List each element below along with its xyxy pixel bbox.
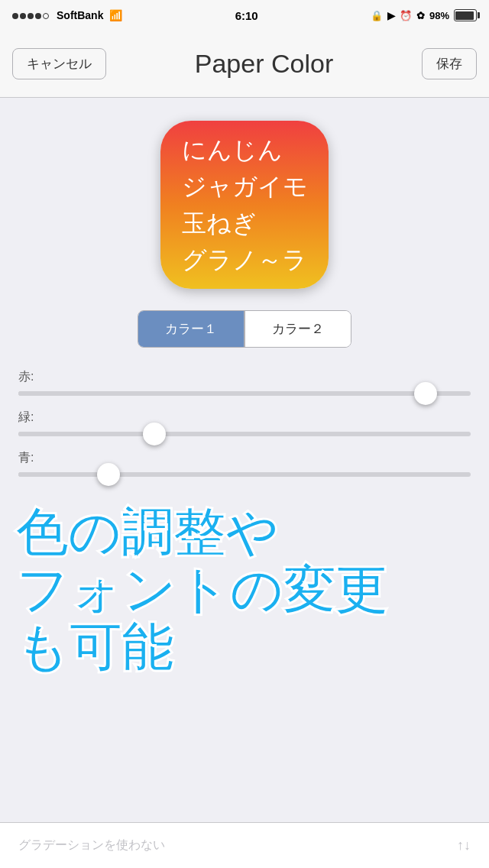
- green-slider-fill: [18, 432, 154, 436]
- app-icon-text: にんじん ジャガイモ 玉ねぎ グラノ～ラ: [174, 124, 316, 286]
- blue-label: 青:: [18, 450, 471, 466]
- signal-dots: [12, 9, 50, 21]
- status-bar: SoftBank 📶 6:10 🔒 ▶ ⏰ ✿ 98%: [0, 0, 489, 31]
- segmented-container: カラー１ カラー２: [0, 310, 489, 348]
- icon-line-4: グラノ～ラ: [182, 241, 308, 278]
- alarm-icon: ⏰: [400, 10, 412, 21]
- icon-line-1: にんじん: [182, 131, 308, 168]
- bottom-bar: グラデーションを使わない ↑↓: [0, 822, 489, 868]
- icon-line-2: ジャガイモ: [182, 168, 308, 205]
- cancel-button[interactable]: キャンセル: [12, 48, 106, 79]
- color2-tab[interactable]: カラー２: [245, 311, 351, 347]
- save-button[interactable]: 保存: [422, 48, 477, 79]
- app-icon-preview: にんじん ジャガイモ 玉ねぎ グラノ～ラ: [160, 121, 329, 289]
- nav-bar: キャンセル Paper Color 保存: [0, 31, 489, 98]
- segmented-control: カラー１ カラー２: [138, 310, 351, 348]
- red-slider-track[interactable]: [18, 391, 471, 396]
- blue-slider-track[interactable]: [18, 472, 471, 477]
- green-slider-track[interactable]: [18, 432, 471, 436]
- red-slider-fill: [18, 391, 426, 396]
- overlay-text: 色の調整や フォントの変更 も可能: [15, 504, 387, 675]
- overlay-line-3: も可能: [15, 619, 387, 676]
- overlay-line-1: 色の調整や: [15, 504, 387, 562]
- green-label: 緑:: [18, 410, 471, 426]
- blue-slider-fill: [18, 472, 108, 477]
- main-content: にんじん ジャガイモ 玉ねぎ グラノ～ラ カラー１ カラー２ 赤: 緑:: [0, 98, 489, 477]
- location-icon: ▶: [387, 10, 395, 21]
- page-title: Paper Color: [195, 49, 333, 79]
- status-time: 6:10: [235, 9, 258, 22]
- overlay-line-2: フォントの変更: [15, 562, 387, 619]
- bluetooth-icon: ✿: [416, 10, 425, 21]
- green-slider-row: 緑:: [18, 410, 471, 436]
- icon-line-3: 玉ねぎ: [182, 205, 308, 241]
- sliders-section: 赤: 緑: 青:: [0, 369, 489, 477]
- red-slider-thumb[interactable]: [414, 382, 437, 405]
- status-right: 🔒 ▶ ⏰ ✿ 98%: [371, 9, 477, 21]
- bottom-bar-label: グラデーションを使わない: [18, 837, 165, 853]
- wifi-icon: 📶: [109, 9, 122, 21]
- lock-icon: 🔒: [371, 10, 383, 21]
- carrier-label: SoftBank: [57, 9, 103, 21]
- blue-slider-thumb[interactable]: [97, 463, 120, 486]
- red-slider-row: 赤:: [18, 369, 471, 396]
- color1-tab[interactable]: カラー１: [138, 311, 244, 347]
- battery-percent: 98%: [429, 10, 449, 21]
- red-label: 赤:: [18, 369, 471, 385]
- blue-slider-row: 青:: [18, 450, 471, 477]
- green-slider-thumb[interactable]: [143, 423, 166, 445]
- battery-indicator: [454, 9, 477, 21]
- icon-preview-container: にんじん ジャガイモ 玉ねぎ グラノ～ラ: [0, 121, 489, 289]
- sort-icon[interactable]: ↑↓: [457, 837, 471, 853]
- status-left: SoftBank 📶: [12, 9, 122, 21]
